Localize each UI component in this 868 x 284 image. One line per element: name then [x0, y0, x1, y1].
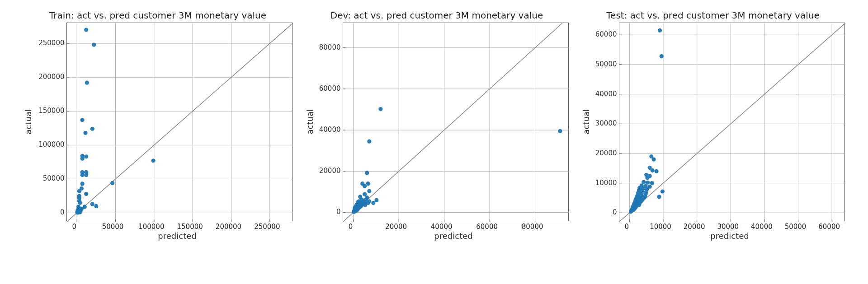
- svg-point-36: [80, 173, 84, 177]
- x-tick-label: 50000: [785, 223, 807, 231]
- x-ticks: 020000400006000080000: [340, 221, 566, 230]
- svg-point-33: [151, 158, 155, 163]
- svg-point-170: [650, 168, 654, 172]
- x-tick-label: 40000: [431, 223, 453, 231]
- svg-point-84: [378, 107, 382, 111]
- axes-svg: [67, 23, 293, 222]
- y-tick-label: 60000: [319, 84, 341, 93]
- y-tick-label: 0: [336, 208, 341, 216]
- svg-point-112: [363, 203, 367, 207]
- svg-point-174: [645, 176, 649, 180]
- scatter-panel-0: Train: act vs. pred customer 3M monetary…: [24, 10, 292, 241]
- identity-line: [67, 23, 293, 222]
- panel-title: Test: act vs. pred customer 3M monetary …: [606, 10, 819, 21]
- figure: Train: act vs. pred customer 3M monetary…: [0, 0, 868, 245]
- y-tick-label: 50000: [43, 174, 65, 182]
- svg-point-42: [84, 192, 88, 196]
- svg-point-136: [352, 210, 356, 214]
- x-axis-label: predicted: [64, 231, 290, 241]
- x-tick-label: 20000: [385, 223, 407, 231]
- svg-point-27: [80, 118, 84, 122]
- svg-point-165: [657, 28, 661, 33]
- x-tick-label: 60000: [818, 223, 840, 231]
- axes: [66, 23, 292, 221]
- x-tick-label: 0: [349, 223, 353, 231]
- y-axis-label: actual: [24, 109, 33, 134]
- axes: [619, 23, 845, 221]
- svg-point-24: [84, 28, 88, 32]
- svg-point-85: [558, 129, 562, 133]
- svg-point-175: [642, 180, 646, 184]
- y-axis-label: actual: [581, 109, 591, 134]
- svg-point-176: [646, 181, 650, 185]
- svg-point-97: [374, 198, 378, 202]
- plot-row: actual0100002000030000400005000060000: [581, 23, 845, 221]
- scatter-panel-2: Test: act vs. pred customer 3M monetary …: [581, 10, 845, 241]
- svg-point-220: [628, 210, 632, 214]
- x-tick-label: 0: [625, 223, 629, 231]
- x-tick-label: 0: [72, 223, 76, 231]
- x-tick-label: 60000: [476, 223, 498, 231]
- y-ticks: 050000100000150000200000250000: [34, 23, 66, 221]
- y-tick-label: 250000: [38, 39, 64, 47]
- svg-point-86: [367, 140, 371, 144]
- axes: [343, 23, 569, 221]
- svg-point-89: [366, 182, 370, 186]
- y-tick-label: 20000: [595, 149, 617, 157]
- svg-point-177: [650, 181, 654, 185]
- y-tick-label: 60000: [595, 30, 617, 38]
- svg-point-168: [651, 157, 656, 161]
- x-axis-label: predicted: [340, 231, 566, 241]
- svg-point-46: [78, 200, 82, 205]
- x-tick-label: 250000: [254, 223, 280, 231]
- svg-point-185: [660, 189, 664, 193]
- svg-point-105: [371, 201, 375, 205]
- svg-point-87: [365, 171, 369, 175]
- x-tick-label: 100000: [138, 223, 164, 231]
- x-ticks: 0100002000030000400005000060000: [617, 221, 843, 230]
- y-axis-label: actual: [305, 109, 315, 134]
- y-tick-label: 200000: [38, 73, 64, 81]
- x-tick-label: 30000: [717, 223, 739, 231]
- svg-point-166: [659, 54, 663, 58]
- scatter-panel-1: Dev: act vs. pred customer 3M monetary v…: [305, 10, 569, 241]
- grid: [343, 23, 569, 222]
- plot-row: actual020000400006000080000: [305, 23, 569, 221]
- x-tick-label: 20000: [684, 223, 705, 231]
- y-tick-label: 50000: [595, 60, 617, 68]
- svg-point-28: [90, 127, 94, 131]
- scatter-points: [352, 107, 562, 214]
- axes-svg: [619, 23, 845, 222]
- x-tick-label: 10000: [650, 223, 671, 231]
- svg-point-26: [85, 81, 89, 85]
- svg-point-29: [83, 131, 87, 135]
- x-ticks: 050000100000150000200000250000: [64, 221, 290, 230]
- y-ticks: 020000400006000080000: [316, 23, 343, 221]
- svg-point-90: [363, 184, 367, 188]
- panel-title: Train: act vs. pred customer 3M monetary…: [49, 10, 266, 21]
- x-tick-label: 50000: [102, 223, 124, 231]
- svg-point-171: [654, 169, 658, 173]
- svg-point-63: [76, 210, 80, 214]
- svg-point-48: [94, 204, 98, 208]
- svg-point-41: [77, 189, 81, 193]
- y-tick-label: 20000: [319, 167, 341, 175]
- y-ticks: 0100002000030000400005000060000: [592, 23, 619, 221]
- y-tick-label: 30000: [595, 119, 617, 127]
- x-tick-label: 200000: [216, 223, 241, 231]
- y-tick-label: 100000: [38, 140, 64, 149]
- plot-row: actual050000100000150000200000250000: [24, 23, 292, 221]
- x-tick-label: 150000: [177, 223, 203, 231]
- x-axis-label: predicted: [617, 231, 843, 241]
- x-tick-label: 80000: [522, 223, 543, 231]
- x-tick-label: 40000: [751, 223, 773, 231]
- svg-point-25: [92, 42, 96, 47]
- y-tick-label: 0: [60, 208, 65, 216]
- svg-point-31: [84, 154, 88, 158]
- identity-line: [619, 23, 845, 222]
- axes-svg: [343, 23, 569, 222]
- svg-point-38: [110, 181, 114, 185]
- svg-point-47: [90, 202, 94, 206]
- y-tick-label: 80000: [319, 43, 341, 51]
- panel-title: Dev: act vs. pred customer 3M monetary v…: [330, 10, 543, 21]
